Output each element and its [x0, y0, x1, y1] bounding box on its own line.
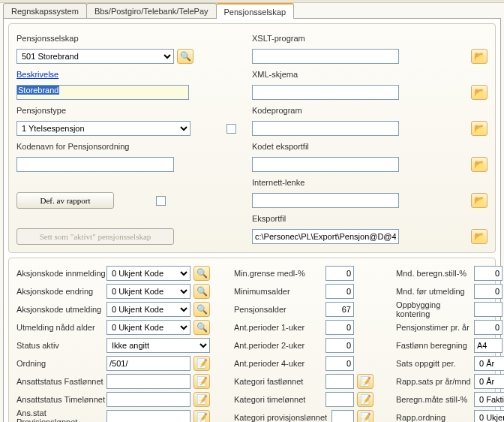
edit-icon[interactable]: 📝 [194, 410, 210, 422]
select-utmelding-alder[interactable]: 0 Ukjent Kode [106, 320, 190, 335]
folder-icon[interactable]: 📂 [471, 121, 488, 136]
input-beskrivelse[interactable]: Storebrand [16, 85, 189, 100]
input-ant4[interactable] [326, 356, 354, 371]
label-pensjonsselskap: Pensjonsselskap [16, 34, 133, 43]
input-mnd-still[interactable] [474, 266, 502, 281]
select-beregnmate[interactable]: 0 Faktisk [474, 392, 504, 407]
label-pensj-alder: Pensjonsalder [234, 305, 326, 314]
input-mnd-for[interactable] [474, 284, 502, 299]
input-ans-fast[interactable] [106, 374, 190, 389]
input-fastlonn[interactable] [474, 338, 502, 353]
input-pensjonstimer[interactable] [474, 320, 502, 335]
label-rappsats: Rapp.sats pr år/mnd [396, 377, 474, 386]
label-pensjonstype: Pensjonstype [16, 106, 133, 115]
input-xslt[interactable] [252, 49, 399, 64]
input-ans-time[interactable] [106, 392, 190, 407]
input-eksportfil[interactable] [252, 229, 399, 244]
select-aksj-end[interactable]: 0 Ukjent Kode [106, 284, 190, 299]
search-icon[interactable]: 🔍 [194, 266, 210, 281]
folder-icon[interactable]: 📂 [471, 49, 488, 64]
edit-icon[interactable]: 📝 [357, 410, 374, 422]
search-icon[interactable]: 🔍 [177, 49, 194, 64]
input-kodenavn[interactable] [16, 157, 174, 172]
input-kat-fast[interactable] [326, 374, 354, 389]
main-panel: Pensjonsselskap 501 Storebrand 🔍 Beskriv… [3, 18, 501, 422]
input-xmlskjema[interactable] [252, 85, 399, 100]
label-rappordning: Rapp.ordning [396, 413, 474, 422]
label-beskrivelse[interactable]: Beskrivelse [16, 70, 133, 79]
edit-icon[interactable]: 📝 [194, 392, 210, 407]
label-kat-prov: Kategori provisjonslønnet [234, 413, 332, 422]
edit-icon[interactable]: 📝 [357, 374, 374, 389]
label-min-medl: Min.grense medl-% [234, 269, 326, 278]
label-kodenavn: Kodenavn for Pensjonsordning [16, 142, 166, 151]
input-kat-time[interactable] [326, 392, 354, 407]
label-kat-time: Kategori timelønnet [234, 395, 326, 404]
edit-icon[interactable]: 📝 [194, 374, 210, 389]
label-ant2: Ant.perioder 2-uker [234, 341, 326, 350]
input-kat-prov[interactable] [332, 410, 354, 422]
folder-icon[interactable]: 📂 [471, 229, 488, 244]
label-ans-time: Ansattstatus Timelønnet [16, 395, 106, 404]
label-mnd-still: Mnd. beregn.still-% [396, 269, 474, 278]
folder-icon[interactable]: 📂 [471, 157, 488, 172]
search-icon[interactable]: 🔍 [194, 302, 210, 317]
label-pensjonstimer: Pensjonstimer pr. år [396, 323, 474, 332]
label-mnd-for: Mnd. før utmelding [396, 287, 474, 296]
label-min-alder: Minimumsalder [234, 287, 326, 296]
input-min-alder[interactable] [326, 284, 354, 299]
label-ans-fast: Ansattstatus Fastlønnet [16, 377, 106, 386]
tab-regnskapssystem[interactable]: Regnskapssystem [3, 3, 87, 19]
checkbox-rapport[interactable] [156, 196, 166, 206]
button-sett-aktivt: Sett som "aktivt" pensjonsselskap [16, 228, 174, 245]
select-rappsats[interactable]: 0 År [474, 374, 504, 389]
label-kat-fast: Kategori fastlønnet [234, 377, 326, 386]
label-sats: Sats oppgitt per. [396, 359, 474, 368]
select-rappordning[interactable]: 0 Ukjent [474, 410, 504, 422]
button-def-rapport[interactable]: Def. av rapport [16, 192, 114, 209]
label-utmelding-alder: Utmelding nådd alder [16, 323, 106, 332]
label-ans-prov: Ans.stat Provisjonslønnet [16, 408, 106, 422]
label-aksj-ut: Aksjonskode utmelding [16, 305, 106, 314]
tab-bbs[interactable]: Bbs/Postgiro/Telebank/TelePay [86, 3, 217, 19]
input-ordning[interactable] [106, 356, 190, 371]
input-internett[interactable] [252, 193, 399, 208]
edit-icon[interactable]: 📝 [357, 392, 374, 407]
input-min-medl[interactable] [326, 266, 354, 281]
select-pensjonstype[interactable]: 1 Ytelsespensjon [16, 121, 190, 136]
input-ans-prov[interactable] [106, 410, 190, 422]
input-pensj-alder[interactable] [326, 302, 354, 317]
input-kodeprogram[interactable] [252, 121, 399, 136]
label-aksj-end: Aksjonskode endring [16, 287, 106, 296]
label-aksj-inn: Aksjonskode innmelding [16, 269, 106, 278]
tab-pensjonsselskap[interactable]: Pensjonsselskap [216, 3, 295, 19]
label-ordning: Ordning [16, 359, 106, 368]
label-xmlskjema: XML-skjema [252, 70, 298, 79]
label-status: Status aktiv [16, 341, 106, 350]
folder-icon[interactable]: 📂 [471, 193, 488, 208]
search-icon[interactable]: 🔍 [194, 284, 210, 299]
edit-icon[interactable]: 📝 [194, 356, 210, 371]
label-eksportfil: Eksportfil [252, 214, 286, 223]
input-kodetfil[interactable] [252, 157, 399, 172]
label-beregnmate: Beregn.måte still-% [396, 395, 474, 404]
label-oppbygg: Oppbygging kontering [396, 300, 474, 318]
label-ant4: Ant.perioder 4-uker [234, 359, 326, 368]
checkbox-pensjonstype[interactable] [226, 124, 236, 134]
select-aksj-inn[interactable]: 0 Ukjent Kode [106, 266, 190, 281]
select-pensjonsselskap[interactable]: 501 Storebrand [16, 49, 174, 64]
label-kodeprogram: Kodeprogram [252, 106, 302, 115]
select-aksj-ut[interactable]: 0 Ukjent Kode [106, 302, 190, 317]
select-status[interactable]: Ikke angitt [106, 338, 210, 353]
label-fastlonn: Fastlønn beregning [396, 341, 474, 350]
folder-icon[interactable]: 📂 [471, 85, 488, 100]
label-ant1: Ant.perioder 1-uker [234, 323, 326, 332]
label-internett: Internett-lenke [252, 178, 304, 187]
input-oppbygg[interactable] [474, 302, 502, 317]
input-ant2[interactable] [326, 338, 354, 353]
input-ant1[interactable] [326, 320, 354, 335]
label-kodetfil: Kodet eksportfil [252, 142, 309, 151]
select-sats[interactable]: 0 År [474, 356, 504, 371]
upper-group: Pensjonsselskap 501 Storebrand 🔍 Beskriv… [8, 23, 496, 253]
search-icon[interactable]: 🔍 [194, 320, 210, 335]
